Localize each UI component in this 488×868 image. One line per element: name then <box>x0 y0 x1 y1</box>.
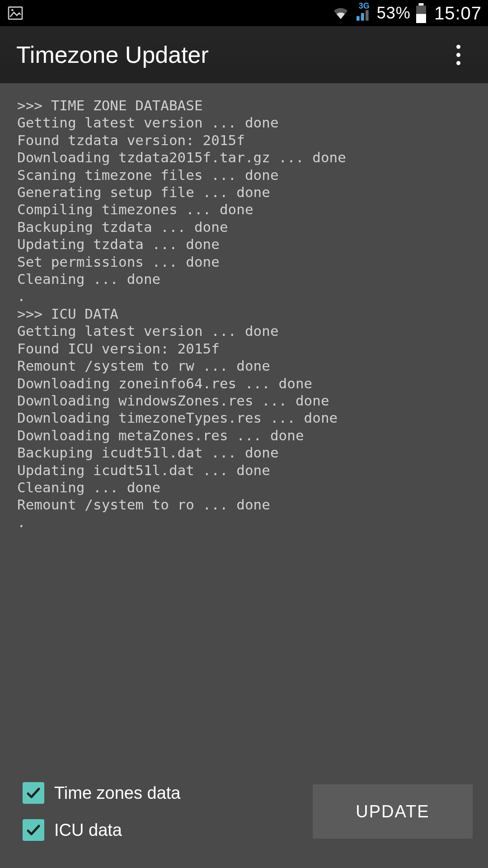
svg-rect-4 <box>366 10 369 20</box>
cellular-signal-icon: 3G <box>354 4 372 22</box>
checkbox-box-icon <box>23 819 44 841</box>
bottom-controls: Time zones data ICU data UPDATE <box>0 769 488 868</box>
svg-rect-6 <box>418 3 423 6</box>
checkbox-icu-label: ICU data <box>54 821 122 840</box>
checkbox-timezones-label: Time zones data <box>54 783 181 803</box>
image-notification-icon <box>6 4 24 22</box>
wifi-icon <box>332 4 350 22</box>
clock-label: 15:07 <box>434 3 482 24</box>
battery-icon <box>415 3 427 23</box>
checkbox-box-icon <box>23 782 44 804</box>
log-output[interactable]: >>> TIME ZONE DATABASE Getting latest ve… <box>0 83 488 769</box>
checkbox-timezones[interactable]: Time zones data <box>23 782 181 804</box>
svg-rect-2 <box>357 16 360 21</box>
battery-percent-label: 53% <box>377 4 411 23</box>
svg-rect-8 <box>416 14 426 23</box>
overflow-menu-button[interactable] <box>445 41 472 68</box>
update-button[interactable]: UPDATE <box>313 784 473 839</box>
update-button-label: UPDATE <box>356 802 429 821</box>
content-area: >>> TIME ZONE DATABASE Getting latest ve… <box>0 83 488 868</box>
app-bar: Timezone Updater <box>0 26 488 83</box>
status-bar: 3G 53% 15:07 <box>0 0 488 26</box>
svg-point-1 <box>11 9 14 11</box>
checkbox-icu[interactable]: ICU data <box>23 819 181 841</box>
overflow-dot-icon <box>456 61 460 65</box>
log-text: >>> TIME ZONE DATABASE Getting latest ve… <box>17 97 471 531</box>
overflow-dot-icon <box>456 53 460 57</box>
app-title: Timezone Updater <box>16 41 209 68</box>
svg-rect-3 <box>361 13 364 21</box>
network-type-label: 3G <box>359 1 370 11</box>
overflow-dot-icon <box>456 45 460 49</box>
